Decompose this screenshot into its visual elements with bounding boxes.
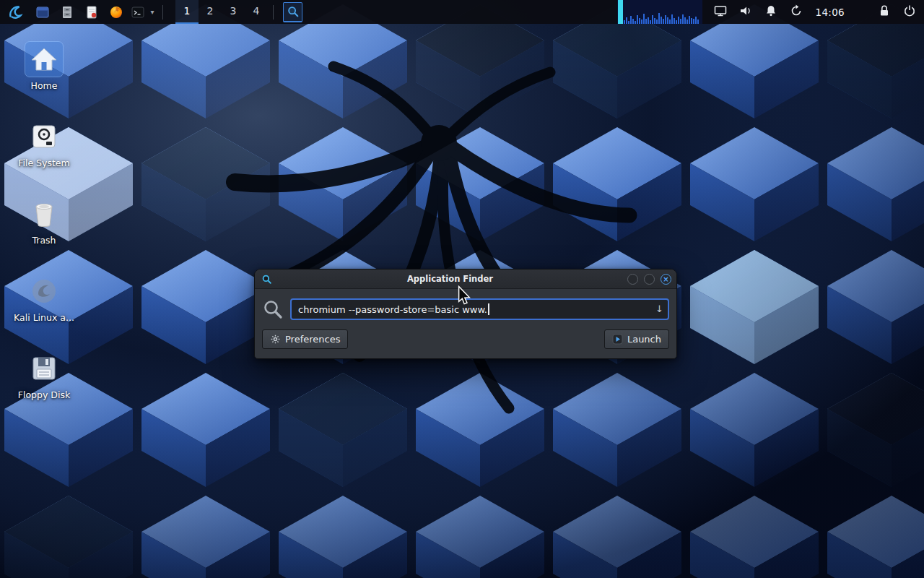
search-icon <box>262 298 284 320</box>
desktop-icon-floppy[interactable]: Floppy Disk <box>4 351 84 400</box>
desktop-icon-kali-docs[interactable]: Kali Linux a... <box>4 274 84 323</box>
launch-button[interactable]: Launch <box>604 329 669 349</box>
preferences-label: Preferences <box>285 334 340 345</box>
volume-icon[interactable] <box>738 4 753 21</box>
workspace-button-1[interactable]: 1 <box>175 0 199 24</box>
top-panel: ▾ 1 2 3 4 14:06 <box>0 0 924 24</box>
desktop-root: ▾ 1 2 3 4 14:06 <box>0 0 924 578</box>
floppy-disk-icon <box>25 351 63 386</box>
desktop-icon-label: Trash <box>32 235 56 246</box>
desktop-icon-trash[interactable]: Trash <box>4 197 84 246</box>
desktop-icon-label: Floppy Disk <box>18 389 70 400</box>
application-finder-window: Application Finder × chromium --password… <box>254 269 677 359</box>
finder-body: chromium --password-store=basic www. ↓ P… <box>255 289 676 358</box>
file-system-icon <box>25 119 63 154</box>
firefox-icon[interactable] <box>104 0 128 24</box>
appfinder-panel-button[interactable] <box>283 2 302 22</box>
home-icon <box>25 42 63 77</box>
titlebar[interactable]: Application Finder × <box>255 269 676 289</box>
desktop-icon-home[interactable]: Home <box>4 42 84 91</box>
maximize-button[interactable] <box>644 274 655 285</box>
launch-label: Launch <box>627 334 661 345</box>
show-desktop-icon[interactable] <box>30 0 55 24</box>
panel-separator <box>273 5 274 20</box>
panel-status-area: 14:06 <box>617 0 924 24</box>
text-editor-icon[interactable] <box>79 0 104 24</box>
notifications-bell-icon[interactable] <box>764 4 778 21</box>
cpu-graph[interactable] <box>617 0 702 24</box>
workspace-button-2[interactable]: 2 <box>199 0 222 24</box>
window-title: Application Finder <box>273 274 627 284</box>
history-dropdown-icon[interactable]: ↓ <box>655 303 663 314</box>
desktop-icon-label: Kali Linux a... <box>14 312 74 323</box>
desktop-icon-label: Home <box>31 80 58 91</box>
minimize-button[interactable] <box>627 274 638 285</box>
workspace-switcher: 1 2 3 4 <box>175 0 268 24</box>
preferences-button[interactable]: Preferences <box>262 329 348 349</box>
logout-power-icon[interactable] <box>902 4 917 21</box>
chevron-down-icon[interactable]: ▾ <box>147 0 157 24</box>
file-manager-icon[interactable] <box>55 0 79 24</box>
search-icon <box>287 5 300 18</box>
command-input-text: chromium --password-store=basic www. <box>298 304 487 315</box>
appfinder-window-icon <box>260 274 273 285</box>
command-input[interactable]: chromium --password-store=basic www. ↓ <box>290 298 669 320</box>
gear-icon <box>270 334 281 345</box>
launch-icon <box>612 334 623 345</box>
panel-separator <box>162 5 163 20</box>
kali-docs-icon <box>25 274 63 309</box>
desktop-icon-file-system[interactable]: File System <box>4 119 84 168</box>
text-caret <box>488 303 489 315</box>
display-icon[interactable] <box>713 4 728 21</box>
trash-icon <box>25 197 63 231</box>
workspace-button-3[interactable]: 3 <box>222 0 245 24</box>
kali-menu-icon[interactable] <box>0 0 30 24</box>
lock-icon[interactable] <box>877 4 892 21</box>
workspace-button-4[interactable]: 4 <box>245 0 268 24</box>
window-buttons: × <box>627 274 671 285</box>
close-button[interactable]: × <box>661 274 671 285</box>
desktop-icon-label: File System <box>18 158 70 168</box>
clock[interactable]: 14:06 <box>816 7 845 18</box>
updates-icon[interactable] <box>789 4 803 21</box>
terminal-icon[interactable] <box>128 0 147 24</box>
